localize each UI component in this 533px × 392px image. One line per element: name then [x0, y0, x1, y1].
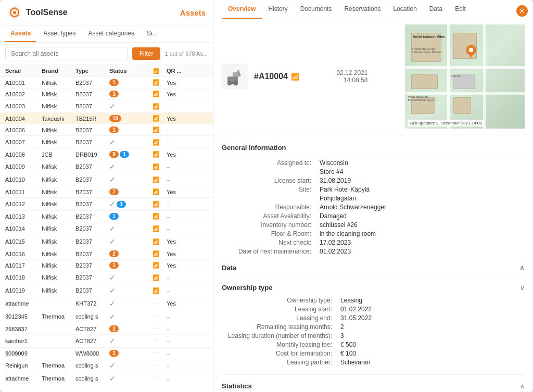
- svg-point-3: [14, 7, 16, 9]
- table-row[interactable]: A10013 Nilfisk B2037 1 📶 –: [0, 211, 213, 222]
- table-row[interactable]: 9009009 WW8000 2 ⋯ –: [0, 348, 213, 359]
- col-serial: Serial: [5, 68, 42, 74]
- svg-marker-11: [468, 53, 474, 58]
- data-section-header[interactable]: Data ∧: [222, 259, 525, 276]
- tab-history[interactable]: History: [262, 0, 294, 19]
- asset-image: [223, 65, 246, 88]
- table-row[interactable]: attachme Thermoa cooling s ✓ ⋯ –: [0, 372, 213, 385]
- tab-edit[interactable]: Edit: [449, 0, 472, 19]
- ownership-header[interactable]: Ownership type ∨: [222, 281, 525, 295]
- close-button[interactable]: ✕: [516, 5, 528, 17]
- statistics-section: Statistics ∧: [222, 374, 525, 392]
- tab-location[interactable]: Location: [387, 0, 423, 19]
- table-row[interactable]: Reinigun Thermoa cooling s ✓ ⋯ –: [0, 359, 213, 372]
- ownership-grid: Ownership type:Leasing Leasing start:01.…: [222, 295, 513, 370]
- svg-point-12: [469, 48, 473, 52]
- right-content: #A10004 📶 02.12.2021 14:08:58: [213, 19, 533, 392]
- general-info-section: General information Assigned to:Wisconsi…: [213, 134, 533, 392]
- logo-text: ToolSense: [26, 8, 68, 17]
- tab-data[interactable]: Data: [423, 0, 449, 19]
- map-label-krankenhaus: Krankenhaus derBarmherzigen Brüder...: [411, 47, 443, 54]
- map-building6: [453, 97, 471, 114]
- search-input[interactable]: [5, 47, 128, 60]
- col-type: Type: [75, 68, 109, 74]
- data-section-title: Data: [222, 264, 236, 272]
- filter-button[interactable]: Filter: [132, 47, 161, 60]
- table-row[interactable]: A10009 Nilfisk B2037 ✓ 📶 –: [0, 160, 213, 173]
- table-row[interactable]: A10018 Nilfisk B2037 ✓ 📶 –: [0, 271, 213, 284]
- col-wireless: 📶: [146, 68, 167, 74]
- map-building3: [411, 74, 437, 89]
- ownership-chevron-icon: ∨: [520, 284, 525, 292]
- table-row[interactable]: 2983837 ACT827 2 ⋯ –: [0, 323, 213, 335]
- wireless-signal-icon: 📶: [291, 73, 299, 81]
- asset-header: #A10004 📶 02.12.2021 14:08:58: [213, 19, 533, 134]
- table-row[interactable]: attachme KHT372 ✓ ⋯ Yes: [0, 297, 213, 310]
- toolsense-logo-icon: [7, 5, 22, 20]
- table-header: Serial Brand Type Status 📶 QR ...: [0, 65, 213, 77]
- table-body: A10001 Nilfisk B2037 1 📶 Yes A10002 Nilf…: [0, 77, 213, 392]
- asset-thumbnail: [222, 64, 248, 90]
- tab-documents[interactable]: Documents: [294, 0, 338, 19]
- search-filter-row: Filter 1 out of 678 As...: [0, 43, 213, 65]
- general-info-grid: Assigned to:Wisconsin Store #4 License s…: [222, 159, 513, 259]
- general-info-title: General information: [222, 144, 286, 151]
- right-panel: ✕ Overview History Documents Reservation…: [213, 0, 533, 392]
- ownership-section: Ownership type ∨ Ownership type:Leasing …: [222, 281, 525, 370]
- col-brand: Brand: [42, 68, 75, 74]
- left-panel: ToolSense Assets Assets Asset types Asse…: [0, 0, 213, 392]
- tab-asset-types[interactable]: Asset types: [38, 26, 81, 42]
- map-label-vienna: Vienna: [451, 74, 461, 78]
- map-label-museum: Wien MuseumMozartwohnung im...: [408, 95, 437, 102]
- map-street-h: [405, 66, 525, 69]
- left-header: ToolSense Assets: [0, 0, 213, 26]
- map-street-h2: [405, 92, 525, 95]
- map-pin: [465, 44, 477, 61]
- table-row[interactable]: 3012345 Thermoa cooling s ✓ ⋯ –: [0, 310, 213, 323]
- table-row[interactable]: A10017 Nilfisk B2037 1 📶 Yes: [0, 260, 213, 271]
- ownership-title: Ownership type: [222, 284, 273, 292]
- col-status: Status: [109, 68, 146, 74]
- general-info-header: General information: [222, 140, 525, 156]
- table-row[interactable]: A10008 JCB DRB019 9 1 📶 Yes: [0, 149, 213, 160]
- svg-rect-9: [227, 82, 238, 84]
- tab-asset-categories[interactable]: Asset categories: [83, 26, 139, 42]
- tab-reservations[interactable]: Reservations: [338, 0, 387, 19]
- right-tabs: Overview History Documents Reservations …: [213, 0, 533, 19]
- asset-id: #A10004: [254, 72, 288, 81]
- map-label-hotel: Hotel Imlauer Wien: [413, 35, 446, 39]
- table-row[interactable]: A10019 Nilfisk B2037 ✓ 📶 –: [0, 284, 213, 297]
- map-background: Hotel Imlauer Wien Krankenhaus derBarmhe…: [405, 24, 525, 129]
- table-row[interactable]: A10014 Nilfisk B2037 ✓ 📶 –: [0, 222, 213, 235]
- assets-title: Assets: [180, 8, 206, 17]
- table-row[interactable]: A10011 Nilfisk B2037 7 📶 Yes: [0, 186, 213, 198]
- table-row[interactable]: A10006 Nilfisk B2037 1 📶 –: [0, 124, 213, 136]
- statistics-chevron-icon: ∧: [520, 383, 525, 390]
- table-row[interactable]: A10001 Nilfisk B2037 1 📶 Yes: [0, 77, 213, 88]
- tab-overview[interactable]: Overview: [222, 0, 262, 19]
- map-last-updated: Last updated: 2. Dezember 2021 14:08: [408, 120, 484, 127]
- col-qr: QR ...: [167, 68, 187, 74]
- table-row-selected[interactable]: A10004 Takeushi TB215R 18 📶 Yes: [0, 113, 213, 124]
- table-row[interactable]: A10007 Nilfisk B2037 ✓ 📶 –: [0, 136, 213, 149]
- asset-date: 02.12.2021 14:08:58: [336, 69, 367, 84]
- table-row[interactable]: A10015 Nilfisk B2037 ✓ 📶 Yes: [0, 235, 213, 248]
- table-row[interactable]: A10012 Nilfisk B2037 ✓ 1 📶 –: [0, 198, 213, 211]
- statistics-header[interactable]: Statistics ∧: [222, 379, 525, 392]
- table-row[interactable]: A10016 Nilfisk B2037 2 📶 Yes: [0, 248, 213, 260]
- table-row[interactable]: A10002 Nilfisk B2037 1 📶 Yes: [0, 88, 213, 100]
- map-container: Hotel Imlauer Wien Krankenhaus derBarmhe…: [405, 24, 525, 129]
- tab-sites[interactable]: Si...: [142, 26, 163, 42]
- statistics-title: Statistics: [222, 382, 252, 390]
- data-chevron-icon: ∧: [519, 263, 525, 272]
- table-row[interactable]: A10010 Nilfisk B2037 ✓ 📶 –: [0, 173, 213, 186]
- table-row[interactable]: kärcher1 ACT827 ✓ ⋯ –: [0, 335, 213, 348]
- table-row[interactable]: A10003 Nilfisk B2037 ✓ 📶 –: [0, 100, 213, 113]
- map-street-v: [447, 24, 450, 129]
- map-street-v2: [483, 24, 486, 129]
- logo-area: ToolSense: [7, 5, 68, 20]
- app-container: ToolSense Assets Assets Asset types Asse…: [0, 0, 533, 392]
- asset-id-area: #A10004 📶: [254, 72, 299, 81]
- count-label: 1 out of 678 As...: [164, 50, 208, 57]
- tab-assets[interactable]: Assets: [5, 26, 36, 42]
